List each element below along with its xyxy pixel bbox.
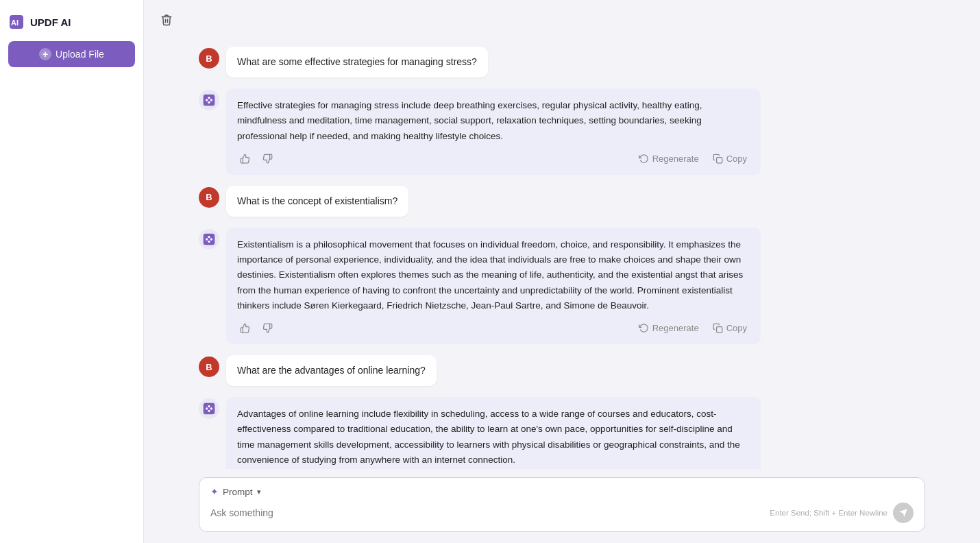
prompt-chevron-icon: ▾	[257, 487, 261, 496]
upload-btn-label: Upload File	[56, 49, 104, 60]
svg-rect-14	[204, 403, 215, 415]
ai-message-1: Effective strategies for managing stress…	[199, 88, 925, 175]
svg-point-4	[210, 99, 212, 101]
updf-logo-icon: AI	[8, 14, 25, 30]
user-text-1: What are some effective strategies for m…	[237, 56, 477, 67]
regenerate-icon-2	[639, 323, 649, 333]
copy-icon-1	[713, 154, 723, 164]
user-avatar-3: B	[199, 357, 219, 377]
svg-point-5	[208, 97, 210, 99]
ai-actions-left-1	[237, 152, 275, 165]
user-avatar-1: B	[199, 48, 219, 69]
thumbs-up-icon-2	[240, 323, 250, 333]
user-message-2: B What is the concept of existentialism?	[199, 186, 925, 217]
svg-text:AI: AI	[11, 19, 19, 27]
copy-button-1[interactable]: Copy	[710, 152, 750, 165]
svg-point-10	[210, 238, 212, 240]
input-box: ✦ Prompt ▾ Enter Send; Shift + Enter New…	[199, 477, 925, 532]
ai-text-3: Advantages of online learning include fl…	[237, 407, 750, 468]
ask-input[interactable]	[210, 507, 770, 518]
input-hint: Enter Send; Shift + Enter Newline	[770, 509, 887, 517]
svg-rect-13	[716, 327, 722, 333]
sidebar: AI UPDF AI + Upload File	[0, 0, 144, 543]
svg-point-15	[206, 407, 208, 409]
trash-icon	[160, 14, 173, 26]
regenerate-button-2[interactable]: Regenerate	[636, 322, 702, 335]
plus-icon: +	[39, 48, 51, 60]
svg-rect-8	[204, 233, 215, 245]
ai-message-3: Advantages of online learning include fl…	[199, 397, 925, 469]
svg-point-6	[208, 101, 210, 104]
sparkle-icon: ✦	[210, 486, 219, 497]
ai-message-2: Existentialism is a philosophical moveme…	[199, 228, 925, 344]
upload-file-button[interactable]: + Upload File	[8, 41, 135, 67]
svg-point-11	[208, 236, 210, 238]
svg-rect-7	[716, 157, 722, 162]
user-bubble-2: What is the concept of existentialism?	[226, 186, 408, 217]
ai-actions-right-1: Regenerate Copy	[636, 152, 750, 165]
input-area: ✦ Prompt ▾ Enter Send; Shift + Enter New…	[144, 469, 980, 543]
svg-point-12	[208, 240, 210, 242]
svg-point-16	[210, 407, 212, 409]
thumbs-up-button-2[interactable]	[237, 322, 253, 335]
ai-avatar-1	[199, 90, 219, 110]
ai-bubble-3: Advantages of online learning include fl…	[226, 397, 761, 469]
svg-point-17	[208, 405, 210, 407]
input-bottom-row: Enter Send; Shift + Enter Newline	[210, 503, 914, 523]
input-top-row: ✦ Prompt ▾	[210, 486, 914, 497]
svg-point-9	[206, 238, 208, 240]
user-text-3: What are the advantages of online learni…	[237, 365, 426, 376]
copy-label-1: Copy	[726, 154, 747, 164]
thumbs-up-button-1[interactable]	[237, 152, 253, 165]
thumbs-down-icon-2	[262, 323, 273, 333]
ai-avatar-2	[199, 229, 219, 250]
ai-logo-icon-3	[202, 402, 216, 415]
ai-logo-icon-2	[202, 232, 216, 246]
svg-rect-2	[204, 95, 215, 106]
thumbs-down-button-2[interactable]	[260, 322, 275, 335]
chat-messages: B What are some effective strategies for…	[144, 40, 980, 469]
regenerate-label-1: Regenerate	[652, 154, 699, 164]
user-message-3: B What are the advantages of online lear…	[199, 355, 925, 386]
svg-point-18	[208, 410, 210, 412]
main-content: B What are some effective strategies for…	[144, 0, 980, 543]
regenerate-label-2: Regenerate	[652, 323, 699, 333]
clear-chat-button[interactable]	[158, 11, 175, 29]
user-message-1: B What are some effective strategies for…	[199, 47, 925, 77]
thumbs-down-icon-1	[262, 154, 273, 164]
send-button[interactable]	[893, 503, 914, 523]
user-text-2: What is the concept of existentialism?	[237, 195, 397, 206]
user-bubble-3: What are the advantages of online learni…	[226, 355, 437, 386]
ai-avatar-3	[199, 398, 219, 419]
copy-label-2: Copy	[726, 323, 747, 333]
thumbs-down-button-1[interactable]	[260, 152, 275, 165]
toolbar	[144, 0, 980, 40]
prompt-label: Prompt	[223, 487, 253, 497]
user-avatar-2: B	[199, 187, 219, 208]
user-bubble-1: What are some effective strategies for m…	[226, 47, 488, 77]
ai-actions-2: Regenerate Copy	[237, 322, 750, 335]
ai-actions-left-2	[237, 322, 275, 335]
logo-area: AI UPDF AI	[8, 11, 135, 33]
ai-bubble-1: Effective strategies for managing stress…	[226, 88, 761, 175]
ai-bubble-2: Existentialism is a philosophical moveme…	[226, 228, 761, 344]
regenerate-icon-1	[639, 154, 649, 164]
regenerate-button-1[interactable]: Regenerate	[636, 152, 702, 165]
app-title: UPDF AI	[30, 16, 71, 28]
ai-text-2: Existentialism is a philosophical moveme…	[237, 237, 750, 313]
ai-text-1: Effective strategies for managing stress…	[237, 98, 750, 144]
ai-actions-right-2: Regenerate Copy	[636, 322, 750, 335]
thumbs-up-icon-1	[240, 154, 250, 164]
copy-button-2[interactable]: Copy	[710, 322, 750, 335]
ai-actions-1: Regenerate Copy	[237, 152, 750, 165]
ai-logo-icon-1	[202, 93, 216, 107]
copy-icon-2	[713, 323, 723, 333]
svg-point-3	[206, 99, 208, 101]
send-icon	[898, 508, 908, 518]
